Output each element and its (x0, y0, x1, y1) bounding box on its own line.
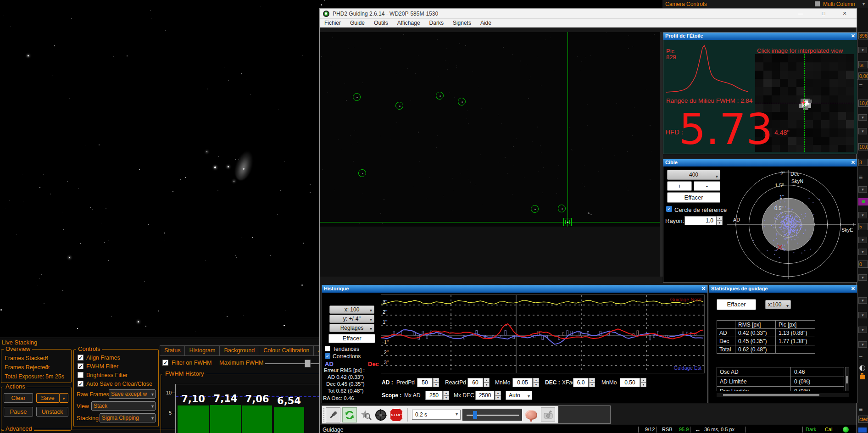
unstack-button[interactable]: Unstack (36, 407, 68, 416)
chevron-down-icon[interactable]: ▾ (858, 212, 867, 218)
camera-settings-button[interactable] (541, 407, 555, 422)
close-icon[interactable]: ✕ (701, 285, 706, 292)
menu-darks[interactable]: Darks (425, 19, 448, 27)
spin-up-icon[interactable]: ▲ (484, 378, 490, 383)
view-select[interactable]: Stack▾ (91, 401, 156, 411)
auto-select-star-button[interactable] (359, 407, 373, 422)
menu-outils[interactable]: Outils (369, 19, 393, 27)
tab-status[interactable]: Status (160, 346, 185, 355)
target-clear-button[interactable]: Effacer (667, 192, 720, 203)
stop-button[interactable]: STOP (389, 407, 404, 422)
spin-up-icon[interactable]: ▲ (495, 391, 501, 395)
chevron-down-icon[interactable]: ▾ (858, 327, 867, 333)
stacking-select[interactable]: Sigma Clipping▾ (100, 413, 156, 422)
mxad-input[interactable]: 250 (425, 391, 443, 400)
predpd-input[interactable]: 50 (417, 378, 433, 387)
close-button[interactable]: ✕ (838, 10, 851, 17)
chevron-down-icon[interactable]: ▾ (858, 47, 867, 53)
mxdec-input[interactable]: 2500 (475, 391, 495, 400)
loop-exposures-button[interactable] (342, 407, 357, 422)
radius-input[interactable]: 1.0 (684, 216, 717, 225)
chevron-down-icon[interactable]: ▾ (858, 128, 867, 134)
spin-up-icon[interactable]: ▲ (640, 378, 646, 383)
save-dropdown-button[interactable]: ▾ (59, 393, 68, 403)
tab-histogram[interactable]: Histogram (185, 346, 220, 355)
toolbar-grip[interactable] (323, 408, 325, 422)
chevron-down-icon[interactable]: ▾ (858, 186, 867, 193)
reference-circle-checkbox[interactable]: ✓ (666, 206, 672, 212)
exposure-select[interactable]: 0.2 s ▾ (412, 410, 461, 420)
spin-down-icon[interactable]: ▼ (717, 221, 723, 225)
history-yscale-select[interactable]: y: +/-4''▾ (329, 315, 374, 323)
xfac-input[interactable]: 6.0 (573, 378, 589, 387)
stats-vscrollbar[interactable] (845, 367, 849, 391)
mnmo-spinner[interactable]: ▲▼ (533, 378, 539, 387)
spin-down-icon[interactable]: ▼ (589, 383, 595, 387)
checkbox-brightness-filter[interactable] (78, 372, 83, 378)
radius-spinner[interactable]: ▲▼ (717, 216, 723, 225)
target-zoom-select[interactable]: 400▾ (667, 170, 720, 180)
zoom-out-button[interactable]: - (694, 181, 720, 191)
mnmo2-spinner[interactable]: ▲▼ (640, 378, 646, 387)
menu-fichier[interactable]: Fichier (320, 19, 345, 27)
minimize-button[interactable]: — (794, 10, 807, 17)
stats-hscrollbar[interactable] (717, 393, 849, 397)
guide-button[interactable] (373, 407, 388, 422)
mxdec-spinner[interactable]: ▲▼ (495, 391, 501, 400)
xfac-spinner[interactable]: ▲▼ (589, 378, 595, 387)
spin-up-icon[interactable]: ▲ (443, 391, 449, 395)
mnmo-input[interactable]: 0.05 (512, 378, 533, 387)
chevron-down-icon[interactable]: ▾ (858, 274, 867, 281)
multi-column-checkbox[interactable] (815, 1, 820, 6)
gamma-slider[interactable] (462, 409, 522, 421)
history-settings-select[interactable]: Réglages▾ (329, 324, 374, 332)
reactpd-spinner[interactable]: ▲▼ (484, 378, 490, 387)
mnmo2-input[interactable]: 0.50 (620, 378, 640, 387)
close-icon[interactable]: ✕ (851, 33, 855, 39)
target-titlebar[interactable]: Cible✕ (663, 159, 857, 167)
menu-affichage[interactable]: Affichage (393, 19, 425, 27)
history-titlebar[interactable]: Historique✕ (322, 285, 707, 293)
spin-down-icon[interactable]: ▼ (640, 383, 646, 387)
stats-clear-button[interactable]: Effacer (717, 299, 756, 310)
mxad-spinner[interactable]: ▲▼ (443, 391, 449, 400)
checkbox-auto-save-on-clear-close[interactable]: ✓ (78, 381, 83, 387)
spin-up-icon[interactable]: ▲ (433, 378, 439, 383)
save-button[interactable]: Save (36, 393, 59, 403)
star-profile-titlebar[interactable]: Profil de l'Étoile✕ (663, 33, 857, 40)
checkbox-fwhm-filter[interactable]: ✓ (78, 363, 83, 369)
history-xscale-select[interactable]: x: 100▾ (329, 305, 374, 314)
phd2-titlebar[interactable]: PHD2 Guiding 2.6.14 - WD20P-585M-1530 — … (320, 9, 857, 19)
trends-checkbox[interactable] (325, 346, 330, 351)
guide-camera-image[interactable] (320, 32, 660, 227)
chevron-down-icon[interactable]: ▾ (858, 312, 867, 318)
filter-on-fwhm-checkbox[interactable]: ✓ (162, 360, 168, 366)
hscroll-thumb[interactable] (723, 394, 819, 396)
fwhm-slider-track[interactable] (265, 363, 319, 364)
tab-background[interactable]: Background (220, 346, 259, 355)
slider-handle[interactable] (473, 411, 477, 419)
reactpd-input[interactable]: 60 (467, 378, 483, 387)
raw-frames-select[interactable]: Save except w▾ (109, 389, 156, 399)
chevron-down-icon[interactable]: ▾ (858, 341, 867, 348)
clear-button[interactable]: Clear (4, 393, 33, 403)
spin-up-icon[interactable]: ▲ (533, 378, 539, 383)
stats-scale-select[interactable]: x:100▾ (765, 300, 791, 309)
history-clear-button[interactable]: Effacer (328, 334, 375, 343)
chevron-down-icon[interactable]: ▾ (858, 249, 867, 255)
spin-down-icon[interactable]: ▼ (433, 383, 439, 387)
spin-down-icon[interactable]: ▼ (484, 383, 490, 387)
advanced-settings-button[interactable] (524, 407, 539, 422)
connect-equipment-button[interactable] (326, 407, 340, 422)
pause-button[interactable]: Pause (4, 407, 33, 416)
predpd-spinner[interactable]: ▲▼ (433, 378, 439, 387)
maximize-button[interactable]: □ (817, 10, 830, 17)
legend-ad[interactable]: AD (325, 361, 334, 367)
chevron-down-icon[interactable]: ▾ (862, 1, 865, 6)
spin-down-icon[interactable]: ▼ (533, 383, 539, 387)
chevron-down-icon[interactable]: ▾ (858, 114, 867, 121)
interpolated-view-hint[interactable]: Click image for interpolated view (757, 47, 843, 54)
dec-mode-select[interactable]: Auto▾ (506, 391, 532, 400)
dock-splitter[interactable] (660, 32, 663, 277)
chevron-down-icon[interactable]: ▾ (858, 237, 867, 243)
